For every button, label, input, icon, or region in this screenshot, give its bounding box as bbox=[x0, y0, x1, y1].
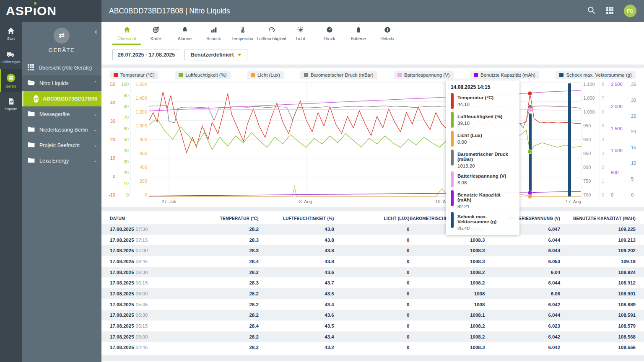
sidebar-header: ⇄ ‹ GERÄTE bbox=[22, 22, 101, 57]
tree-item--bersicht-alle-ger-te-[interactable]: Übersicht (Alle Geräte) bbox=[22, 60, 101, 75]
table-row: 17.08.202507:1528.343.801008.36.044109.2… bbox=[101, 235, 644, 246]
shock-event-bar[interactable] bbox=[529, 114, 532, 197]
tab-luftfeuchtigkeit[interactable]: Luftfeuchtigkeit bbox=[257, 24, 286, 45]
legend-item[interactable]: Batteriespannung (V) bbox=[394, 71, 454, 79]
page-title: ABC0BDD73BD17B08 | Nitro Liquids bbox=[109, 7, 230, 16]
tab-alarme[interactable]: Alarme bbox=[170, 24, 199, 45]
table-column-header[interactable]: DATUM bbox=[110, 216, 183, 221]
sidebar-collapse-button[interactable]: ‹ bbox=[95, 28, 97, 35]
tab-karte[interactable]: Karte bbox=[141, 24, 170, 45]
tree-item-messeger-te[interactable]: Messegeräte⌄ bbox=[22, 106, 101, 122]
axis-tick: 80 bbox=[124, 104, 129, 109]
cell-datum: 17.08.202506:30 bbox=[110, 270, 183, 275]
tab-batterie[interactable]: Batterie bbox=[344, 24, 373, 45]
gauge-icon bbox=[326, 26, 333, 35]
axis-tick: 20 bbox=[631, 129, 636, 134]
axis-tick: 800 bbox=[583, 165, 591, 170]
table-body: 17.08.202507:3028.243.801008.36.047109.2… bbox=[101, 224, 644, 353]
cell-value: 28.4 bbox=[183, 259, 259, 264]
legend-swatch bbox=[559, 73, 564, 77]
cell-value: 108.912 bbox=[560, 280, 636, 285]
cell-value: 108.901 bbox=[560, 291, 636, 296]
table-column-header[interactable]: LUFTFEUCHTIGKEIT (%) bbox=[259, 216, 334, 221]
cell-datum: 17.08.202506:00 bbox=[110, 291, 183, 296]
axis-tick: 0 bbox=[126, 192, 129, 197]
tree-item-nitro-liquids[interactable]: Nitro Liquids⌃ bbox=[22, 75, 101, 91]
tab-licht[interactable]: Licht bbox=[286, 24, 315, 45]
cell-value: 1008.3 bbox=[409, 259, 485, 264]
table-column-header[interactable]: LICHT (LUX) bbox=[334, 216, 410, 221]
user-avatar[interactable]: FG bbox=[624, 5, 636, 17]
tab-temperatur[interactable]: Temperatur bbox=[228, 24, 257, 45]
axis-tick: 1.100 bbox=[583, 82, 595, 87]
apps-grid-button[interactable] bbox=[606, 6, 614, 16]
table-column-header[interactable]: BATTERIESPANNUNG (V) bbox=[485, 216, 560, 221]
legend-item[interactable]: Licht (Lux) bbox=[247, 71, 284, 79]
axis-tick: 90 bbox=[124, 93, 129, 98]
cell-value: 108.889 bbox=[560, 302, 636, 307]
shock-event-bar[interactable] bbox=[568, 83, 571, 197]
axis-tick: 850 bbox=[583, 151, 591, 156]
x-axis-label: 27. Juli bbox=[161, 199, 176, 204]
axis-tick: 20 bbox=[124, 170, 129, 175]
date-preset-select[interactable]: Benutzerdefiniert bbox=[184, 49, 247, 60]
tab--bersicht[interactable]: Übersicht bbox=[112, 24, 141, 45]
rail-item-geraete[interactable]: Geräte bbox=[0, 69, 22, 92]
x-axis-label: 17. Aug. bbox=[566, 199, 582, 204]
tree-item-device-selected[interactable]: ⇄ABC0BDD73BD17B08 bbox=[22, 91, 101, 106]
legend-item[interactable]: Schock max. Vektorsumme (g) bbox=[556, 71, 636, 79]
rail-item-exporte[interactable]: Exporte bbox=[0, 92, 22, 116]
tree-item-niederlassung-berlin[interactable]: Niederlassung Berlin⌄ bbox=[22, 122, 101, 137]
axis-tick: 2.500 bbox=[611, 82, 623, 87]
tree-item-label: Niederlassung Berlin bbox=[39, 127, 88, 133]
sidebar-title: GERÄTE bbox=[22, 47, 101, 53]
axis-tick: 50 bbox=[124, 137, 129, 142]
device-label: ABC0BDD73BD17B08 bbox=[43, 96, 97, 102]
legend-swatch bbox=[397, 73, 402, 77]
table-row: 17.08.202506:1528.343.701008.26.044108.9… bbox=[101, 277, 644, 288]
tab-druck[interactable]: Druck bbox=[315, 24, 344, 45]
cell-value: 0 bbox=[334, 302, 410, 307]
tree-item-lexa-energy[interactable]: Lexa Energy⌄ bbox=[22, 153, 101, 168]
axis-tick: 40 bbox=[124, 148, 129, 153]
table-column-header[interactable]: BENUTZTE KAPAZITÄT (MAH) bbox=[560, 216, 636, 221]
legend-label: Batteriespannung (V) bbox=[404, 72, 450, 78]
axis-tick: 4 bbox=[602, 137, 604, 142]
legend-item[interactable]: Temperatur (°C) bbox=[110, 71, 158, 79]
bell-icon bbox=[181, 26, 189, 35]
axis-tick: 60 bbox=[124, 126, 129, 131]
chart-plot[interactable] bbox=[149, 82, 581, 197]
cell-value: 43.4 bbox=[259, 334, 334, 339]
tree-item-projekt-seefracht[interactable]: Projekt Seefracht⌄ bbox=[22, 137, 101, 153]
search-button[interactable] bbox=[587, 6, 596, 16]
axis-tick: 5 bbox=[631, 176, 634, 181]
cell-value: 108.591 bbox=[560, 313, 636, 318]
rail-item-start[interactable]: Start bbox=[0, 22, 22, 45]
table-scrollbar-track[interactable] bbox=[101, 355, 644, 361]
rail-item-lieferungen[interactable]: Lieferungen bbox=[0, 45, 22, 69]
table-row: 17.08.202507:3028.243.801008.36.047109.2… bbox=[101, 224, 644, 235]
legend-item[interactable]: Benutzte Kapazität (mAh) bbox=[470, 71, 539, 79]
cell-value: 28.2 bbox=[183, 302, 259, 307]
cell-datum: 17.08.202507:30 bbox=[110, 227, 183, 232]
legend-swatch bbox=[474, 73, 478, 77]
cell-value: 43.2 bbox=[259, 345, 334, 350]
tab-details[interactable]: Details bbox=[373, 24, 402, 45]
geraete-icon bbox=[6, 73, 16, 83]
table-row: 17.08.202504:4528.243.201008.36.042108.5… bbox=[101, 342, 644, 353]
tab-schock[interactable]: Schock bbox=[199, 24, 228, 45]
legend-label: Schock max. Vektorsumme (g) bbox=[566, 72, 632, 78]
legend-item[interactable]: Barometrischer Druck (mBar) bbox=[300, 71, 377, 79]
cell-value: 43.8 bbox=[259, 248, 334, 253]
cell-value: 43.5 bbox=[259, 323, 334, 328]
rail-item-label: Lieferungen bbox=[2, 60, 21, 64]
legend-item[interactable]: Luftfeuchtigkeit (%) bbox=[175, 71, 230, 79]
cell-value: 109.19 bbox=[560, 259, 636, 264]
table-column-header[interactable]: TEMPERATUR (°C) bbox=[183, 216, 259, 221]
table-column-header[interactable]: BAROMETRISCHER DRUCK (MBAR) bbox=[409, 216, 485, 221]
date-range-input[interactable]: 26.07.2025 - 17.08.2025 bbox=[112, 49, 180, 60]
cell-value: 6.044 bbox=[485, 238, 560, 243]
cell-value: 28.3 bbox=[183, 248, 259, 253]
chart-panel: Temperatur (°C)Luftfeuchtigkeit (%)Licht… bbox=[101, 68, 644, 207]
cell-value: 43.8 bbox=[259, 259, 334, 264]
